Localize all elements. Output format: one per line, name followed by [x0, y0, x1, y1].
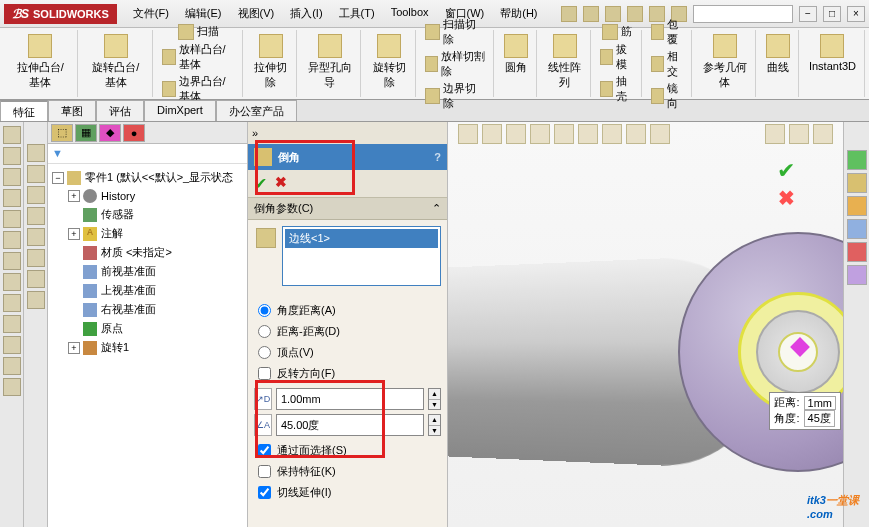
dimension-callout[interactable]: 距离:1mm 角度:45度: [769, 392, 841, 430]
cut-revolve-button[interactable]: 旋转切除: [367, 32, 411, 92]
pm-help-icon[interactable]: ?: [434, 151, 441, 163]
angle-up-button[interactable]: ▲: [429, 415, 440, 426]
offset-tool-icon[interactable]: [3, 315, 21, 333]
sketch-tool-icon[interactable]: [3, 126, 21, 144]
rib-button[interactable]: 筋: [599, 23, 635, 41]
collapse-icon[interactable]: ⌃: [432, 202, 441, 215]
extrude-boss-button[interactable]: 拉伸凸台/基体: [8, 32, 73, 92]
opt-tangent-prop[interactable]: 切线延伸(I): [254, 482, 441, 503]
line-tool-icon[interactable]: [3, 147, 21, 165]
expand-icon[interactable]: +: [68, 228, 80, 240]
menu-file[interactable]: 文件(F): [127, 3, 175, 24]
save-icon[interactable]: [605, 6, 621, 22]
vp-close-icon[interactable]: [813, 124, 833, 144]
zoom-fit-icon[interactable]: [458, 124, 478, 144]
intersect-button[interactable]: 相交: [648, 48, 687, 80]
tree-front-plane-node[interactable]: 前视基准面: [52, 262, 243, 281]
tree-tab-display[interactable]: ●: [123, 124, 145, 142]
dim-tool-icon[interactable]: [3, 357, 21, 375]
tree-revolve1-node[interactable]: +旋转1: [52, 338, 243, 357]
print-icon[interactable]: [627, 6, 643, 22]
rotate-tool-icon[interactable]: [27, 207, 45, 225]
tree-history-node[interactable]: +History: [52, 187, 243, 205]
edge-selection-icon[interactable]: [256, 228, 276, 248]
tree-top-plane-node[interactable]: 上视基准面: [52, 281, 243, 300]
cut-loft-button[interactable]: 放样切割除: [422, 48, 489, 80]
appearance-icon[interactable]: [626, 124, 646, 144]
search-input[interactable]: [693, 5, 793, 23]
wrap-button[interactable]: 包覆: [648, 16, 687, 48]
cut-boundary-button[interactable]: 边界切除: [422, 80, 489, 112]
relation-tool-icon[interactable]: [3, 378, 21, 396]
distance-up-button[interactable]: ▲: [429, 389, 440, 400]
tree-origin-node[interactable]: 原点: [52, 319, 243, 338]
pm-params-header[interactable]: 倒角参数(C) ⌃: [248, 198, 447, 220]
pm-pin-icon[interactable]: »: [252, 127, 258, 139]
new-icon[interactable]: [561, 6, 577, 22]
expand-icon[interactable]: −: [52, 172, 64, 184]
hide-show-icon[interactable]: [602, 124, 622, 144]
tree-filter-bar[interactable]: ▼: [48, 144, 247, 164]
vp-min-icon[interactable]: [765, 124, 785, 144]
ref-geometry-button[interactable]: 参考几何体: [698, 32, 751, 92]
appearances-icon[interactable]: [847, 242, 867, 262]
home-icon[interactable]: [847, 150, 867, 170]
hole-wizard-button[interactable]: 异型孔向导: [303, 32, 356, 92]
angle-down-button[interactable]: ▼: [429, 426, 440, 436]
expand-icon[interactable]: +: [68, 190, 80, 202]
opt-keep-features[interactable]: 保持特征(K): [254, 461, 441, 482]
curves-button[interactable]: 曲线: [762, 32, 794, 77]
cut-extrude-button[interactable]: 拉伸切除: [249, 32, 293, 92]
selection-listbox[interactable]: 边线<1>: [282, 226, 441, 286]
zoom-area-icon[interactable]: [482, 124, 502, 144]
sweep-button[interactable]: 扫描: [175, 23, 222, 41]
convert-tool-icon[interactable]: [3, 294, 21, 312]
menu-help[interactable]: 帮助(H): [494, 3, 543, 24]
menu-tools[interactable]: 工具(T): [333, 3, 381, 24]
fillet-button[interactable]: 圆角: [500, 32, 532, 77]
angle-input[interactable]: [276, 414, 424, 436]
selection-item[interactable]: 边线<1>: [285, 229, 438, 248]
tree-sensors-node[interactable]: 传感器: [52, 205, 243, 224]
spline-tool-icon[interactable]: [3, 231, 21, 249]
instant3d-button[interactable]: Instant3D: [805, 32, 860, 74]
opt-angle-distance[interactable]: 角度距离(A): [254, 300, 441, 321]
draft-button[interactable]: 拔模: [597, 41, 636, 73]
tree-annotations-node[interactable]: +A注解: [52, 224, 243, 243]
vp-max-icon[interactable]: [789, 124, 809, 144]
opt-vertex[interactable]: 顶点(V): [254, 342, 441, 363]
close-button[interactable]: ×: [847, 6, 865, 22]
scene-icon[interactable]: [650, 124, 670, 144]
revolve-boss-button[interactable]: 旋转凸台/基体: [84, 32, 149, 92]
prev-view-icon[interactable]: [506, 124, 526, 144]
mirror-button[interactable]: 镜向: [648, 80, 687, 112]
tree-part-node[interactable]: −零件1 (默认<<默认>_显示状态: [52, 168, 243, 187]
custom-props-icon[interactable]: [847, 265, 867, 285]
section-view-icon[interactable]: [530, 124, 550, 144]
expand-icon[interactable]: +: [68, 342, 80, 354]
tab-dimxpert[interactable]: DimXpert: [144, 100, 216, 121]
dim-angle-value[interactable]: 45度: [804, 410, 835, 427]
cut-sweep-button[interactable]: 扫描切除: [422, 16, 489, 48]
distance-input[interactable]: [276, 388, 424, 410]
pm-cancel-button[interactable]: ✖: [275, 174, 287, 193]
mirror-tool-icon[interactable]: [3, 336, 21, 354]
opt-flip-direction[interactable]: 反转方向(F): [254, 363, 441, 384]
tree-tab-property[interactable]: ◆: [99, 124, 121, 142]
tab-sketch[interactable]: 草图: [48, 100, 96, 121]
opt-distance-distance[interactable]: 距离-距离(D): [254, 321, 441, 342]
point-tool-icon[interactable]: [3, 252, 21, 270]
dim-distance-value[interactable]: 1mm: [804, 396, 836, 410]
view-tool-icon[interactable]: [27, 144, 45, 162]
tree-material-node[interactable]: 材质 <未指定>: [52, 243, 243, 262]
opt-through-face[interactable]: 通过面选择(S): [254, 440, 441, 461]
section-tool-icon[interactable]: [27, 228, 45, 246]
pan-tool-icon[interactable]: [27, 186, 45, 204]
tree-tab-feature[interactable]: ⬚: [51, 124, 73, 142]
hide-tool-icon[interactable]: [27, 270, 45, 288]
arc-tool-icon[interactable]: [3, 210, 21, 228]
menu-insert[interactable]: 插入(I): [284, 3, 328, 24]
tree-tab-config[interactable]: ▦: [75, 124, 97, 142]
menu-view[interactable]: 视图(V): [232, 3, 281, 24]
display-tool-icon[interactable]: [27, 249, 45, 267]
